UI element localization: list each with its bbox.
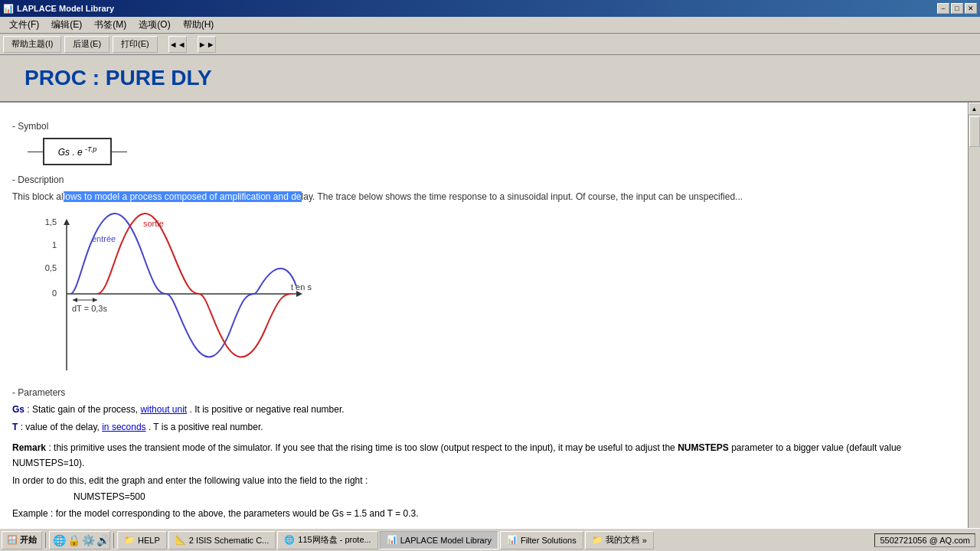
symbol-section-header: - Symbol <box>12 121 952 132</box>
svg-marker-11 <box>93 298 97 302</box>
description-section-header: - Description <box>12 174 952 185</box>
page-title: PROC : PURE DLY <box>12 60 968 96</box>
menu-options[interactable]: 选项(O) <box>132 17 176 33</box>
desc-text-1: This block al <box>12 191 64 202</box>
numsteps-value: NUMSTEPS=500 <box>74 491 952 502</box>
scrollbar-track[interactable]: ▲ <box>968 103 980 536</box>
start-label: 开始 <box>20 534 37 546</box>
numsteps-bold: NUMSTEPS <box>678 442 729 453</box>
nav-next-button[interactable]: ►► <box>198 36 216 53</box>
svg-text:dT = 0,3s: dT = 0,3s <box>72 304 107 313</box>
taskbar-isis[interactable]: 📐 2 ISIS Schematic C... <box>168 531 276 549</box>
minimize-button[interactable]: − <box>937 3 949 14</box>
title-bar-left: 📊 LAPLACE Model Library <box>3 4 114 14</box>
help-topic-button[interactable]: 帮助主题(I) <box>3 36 61 53</box>
remark-line2: In order to do this, edit the graph and … <box>12 474 952 488</box>
taskbar-laplace-label: LAPLACE Model Library <box>400 536 492 545</box>
time-display: 5502721056 @ AQ.com <box>874 533 975 547</box>
graph-svg: 1,5 1 0,5 0 t en s dT = 0,3s entrée sort… <box>24 210 315 378</box>
taskbar-network-icon: 🌐 <box>284 535 295 545</box>
svg-text:0,5: 0,5 <box>45 263 57 272</box>
taskbar-right: 5502721056 @ AQ.com <box>874 533 978 547</box>
close-button[interactable]: ✕ <box>965 3 977 14</box>
toolbar: 帮助主题(I) 后退(E) 打印(E) ◄◄ ►► <box>0 34 980 55</box>
menu-bar: 文件(F) 编辑(E) 书签(M) 选项(O) 帮助(H) <box>0 17 980 34</box>
taskbar-more-icon: » <box>642 536 647 545</box>
menu-bookmarks[interactable]: 书签(M) <box>88 17 132 33</box>
svg-text:0: 0 <box>52 289 57 298</box>
taskbar-help-icon: 📁 <box>124 535 135 545</box>
param-gs-label: Gs <box>12 404 24 415</box>
taskbar-laplace-icon: 📊 <box>387 535 397 545</box>
param-t-text2: . T is a positive real number. <box>149 422 263 432</box>
param-gs-text2: . It is positive or negative real number… <box>190 404 345 415</box>
taskbar-separator-2 <box>113 533 114 548</box>
remark-label: Remark <box>12 442 46 453</box>
svg-text:1: 1 <box>52 240 57 249</box>
taskbar-filter[interactable]: 📊 Filter Solutions <box>500 531 583 549</box>
menu-file[interactable]: 文件(F) <box>3 17 45 33</box>
back-button[interactable]: 后退(E) <box>64 36 109 53</box>
page-title-bar: PROC : PURE DLY <box>0 55 980 103</box>
start-button[interactable]: 🪟 开始 <box>2 531 42 549</box>
param-t-line: T : value of the delay, in seconds . T i… <box>12 420 952 435</box>
param-t-label: T <box>12 422 18 432</box>
graph-container: 1,5 1 0,5 0 t en s dT = 0,3s entrée sort… <box>24 210 952 378</box>
maximize-button[interactable]: □ <box>951 3 963 14</box>
taskbar-network[interactable]: 🌐 115网络盘 - prote... <box>277 531 377 549</box>
taskbar-help-label: HELP <box>138 536 160 545</box>
taskbar-separator-1 <box>45 533 46 548</box>
svg-marker-2 <box>64 219 70 225</box>
remark-line: Remark : this primitive uses the transie… <box>12 441 952 470</box>
taskbar-isis-label: 2 ISIS Schematic C... <box>189 536 270 545</box>
symbol-container: Gs . e -T.p <box>28 138 952 165</box>
param-gs-line: Gs : Static gain of the process, without… <box>12 403 952 417</box>
taskbar-network-label: 115网络盘 - prote... <box>298 534 371 546</box>
symbol-exponent: -T.p <box>85 145 96 153</box>
param-t-text1: value of the delay, <box>25 422 102 432</box>
example-text: Example : for the model corresponding to… <box>12 507 952 521</box>
app-icon: 📊 <box>3 4 14 14</box>
window-title: LAPLACE Model Library <box>17 4 114 13</box>
nav-prev-button[interactable]: ◄◄ <box>168 36 187 53</box>
taskbar-filter-label: Filter Solutions <box>521 536 577 545</box>
description-text: This block allows to model a process com… <box>12 190 952 204</box>
scroll-up-button[interactable]: ▲ <box>969 103 981 115</box>
taskbar-icon-4: 🔊 <box>96 534 109 546</box>
scroll-thumb[interactable] <box>969 116 980 147</box>
title-bar-controls: − □ ✕ <box>937 3 977 14</box>
taskbar: 🪟 开始 🌐 🔒 ⚙️ 🔊 📁 HELP 📐 2 ISIS Schematic … <box>0 528 980 551</box>
menu-edit[interactable]: 编辑(E) <box>45 17 88 33</box>
content-wrapper: - Symbol Gs . e -T.p - Description This … <box>0 103 980 536</box>
symbol-box: Gs . e -T.p <box>43 138 112 165</box>
param-gs-text1: Static gain of the process, <box>32 404 140 415</box>
taskbar-isis-icon: 📐 <box>175 535 186 545</box>
svg-marker-10 <box>73 298 77 302</box>
taskbar-icon-1: 🌐 <box>53 534 66 546</box>
svg-marker-3 <box>296 291 302 297</box>
start-icon: 🪟 <box>7 535 18 545</box>
scroll-area[interactable]: - Symbol Gs . e -T.p - Description This … <box>0 103 968 536</box>
symbol-formula: Gs . e -T.p <box>58 145 97 158</box>
remark-text1: : this primitive uses the transient mode… <box>48 442 678 453</box>
svg-text:1,5: 1,5 <box>45 217 57 227</box>
desc-highlighted: lows to model a process composed of ampl… <box>64 191 302 202</box>
taskbar-mydocs-icon: 📁 <box>592 535 603 545</box>
title-bar: 📊 LAPLACE Model Library − □ ✕ <box>0 0 980 17</box>
param-t-link[interactable]: in seconds <box>102 422 145 432</box>
desc-text-2: lay. The trace below shows the time resp… <box>302 191 743 202</box>
taskbar-system-icons[interactable]: 🌐 🔒 ⚙️ 🔊 <box>49 531 110 549</box>
taskbar-icon-2: 🔒 <box>67 534 80 546</box>
svg-text:t en s: t en s <box>291 282 312 292</box>
taskbar-laplace[interactable]: 📊 LAPLACE Model Library <box>380 531 498 549</box>
param-gs-link[interactable]: without unit <box>140 404 187 415</box>
parameters-section-header: - Parameters <box>12 387 952 398</box>
print-button[interactable]: 打印(E) <box>113 36 158 53</box>
taskbar-mydocs[interactable]: 📁 我的文档 » <box>585 531 654 549</box>
menu-help[interactable]: 帮助(H) <box>177 17 220 33</box>
svg-text:entrée: entrée <box>92 234 116 243</box>
taskbar-mydocs-label: 我的文档 <box>606 534 639 546</box>
taskbar-icon-3: ⚙️ <box>82 534 95 546</box>
taskbar-filter-icon: 📊 <box>507 535 518 545</box>
taskbar-help[interactable]: 📁 HELP <box>117 531 167 549</box>
